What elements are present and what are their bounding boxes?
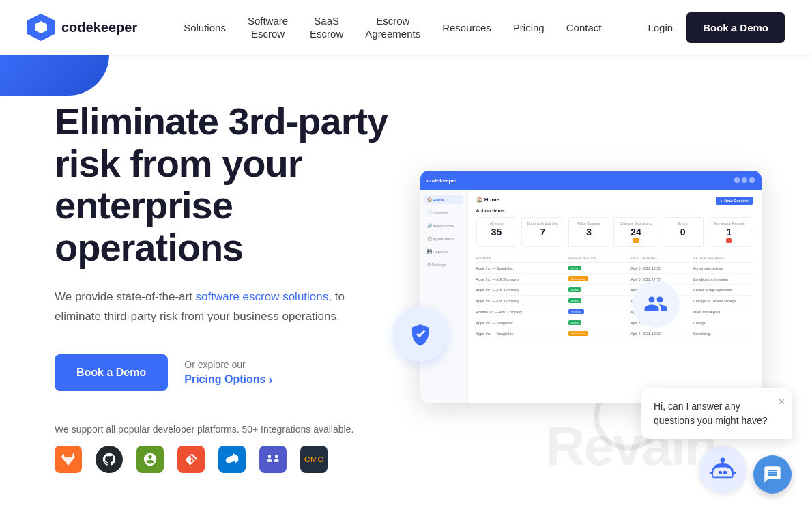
hero-book-demo-button[interactable]: Book a Demo xyxy=(55,354,168,391)
logo[interactable]: codekeeper xyxy=(27,14,137,41)
hero-subtext-before: We provide state-of-the-art xyxy=(55,290,196,303)
github-icon xyxy=(96,446,123,473)
hero-subtext-link[interactable]: software escrow solutions xyxy=(196,290,329,303)
chat-avatars xyxy=(699,446,792,494)
logo-inner-diamond xyxy=(35,21,47,33)
integration-icons xyxy=(55,446,420,473)
db-card-all: All Items 35 xyxy=(476,217,517,247)
explore-group: Or explore our Pricing Options xyxy=(184,359,272,387)
chat-bot-avatar xyxy=(699,446,746,494)
table-row: Apple Inc. — ABC Company Active April 6,… xyxy=(476,285,753,296)
nav-contact[interactable]: Contact xyxy=(566,22,602,33)
db-action-items-title: Action Items xyxy=(476,208,753,213)
integrations-text: We support all popular developer platfor… xyxy=(55,424,420,435)
login-link[interactable]: Login xyxy=(648,22,673,33)
table-row: Apple Inc. — Google Inc. Active April 6,… xyxy=(476,317,753,328)
nav-escrow-agreements[interactable]: EscrowAgreements xyxy=(365,14,420,41)
git-icon xyxy=(177,446,205,473)
table-row: Apple Inc. — Google Inc. Onboarding Apri… xyxy=(476,328,753,339)
table-row: Apple Inc. — Google Inc. Active April 6,… xyxy=(476,263,753,274)
azure-devops-icon xyxy=(218,446,246,473)
teams-icon xyxy=(259,446,287,473)
nav-resources[interactable]: Resources xyxy=(442,22,491,33)
nav-pricing[interactable]: Pricing xyxy=(513,22,545,33)
db-card-errors: Errors 0 xyxy=(663,217,704,247)
db-body: 🏠 Home 📄 Escrows 🔗 Integrations 📋 Agreem… xyxy=(420,190,762,403)
chat-widget: × Hi, can I answer any questions you mig… xyxy=(641,388,792,494)
db-sidebar-agreements[interactable]: 📋 Agreements xyxy=(424,234,463,243)
db-sidebar-integrations[interactable]: 🔗 Integrations xyxy=(424,221,463,230)
db-dot-2 xyxy=(742,177,747,183)
chat-message: Hi, can I answer any questions you might… xyxy=(654,401,768,426)
explore-label: Or explore our xyxy=(184,359,272,370)
nav-actions: Login Book a Demo xyxy=(648,12,785,43)
db-new-escrow-btn[interactable]: + New Escrow xyxy=(716,197,753,205)
nav-saas-escrow[interactable]: SaaSEscrow xyxy=(310,14,343,41)
dashboard-mockup: codekeeper 🏠 Home 📄 Escrows 🔗 Integratio… xyxy=(420,171,762,403)
hero-headline: Eliminate 3rd-party risk from your enter… xyxy=(55,100,420,268)
db-dot-1 xyxy=(734,177,740,183)
gitea-icon xyxy=(136,446,164,473)
hero-right-content: codekeeper 🏠 Home 📄 Escrows 🔗 Integratio… xyxy=(420,171,762,403)
nav-book-demo-button[interactable]: Book a Demo xyxy=(686,12,785,43)
logo-icon xyxy=(27,14,55,41)
db-dots xyxy=(734,177,755,183)
people-icon-floating xyxy=(632,280,680,328)
chat-close-button[interactable]: × xyxy=(779,394,785,410)
db-card-drafts: Drafts & Onboarding 7 xyxy=(521,217,565,247)
db-stats-cards: All Items 35 Drafts & Onboarding 7 Make … xyxy=(476,217,753,247)
table-row: Pharma Co. — ABC Company Pending April 6… xyxy=(476,306,753,317)
db-header: codekeeper xyxy=(420,171,762,190)
nav-software-escrow[interactable]: SoftwareEscrow xyxy=(248,14,288,41)
db-sidebar-settings[interactable]: ⚙ Settings xyxy=(424,260,463,269)
aws-icon xyxy=(300,446,328,473)
db-card-termination: Termination Request 1 ! xyxy=(708,217,751,247)
chat-open-button[interactable] xyxy=(753,455,792,494)
table-row: Acme Inc. — ABC Company Onboarding April… xyxy=(476,274,753,285)
nav-solutions[interactable]: Solutions xyxy=(184,22,226,33)
hero-subtext: We provide state-of-the-art software esc… xyxy=(55,287,382,327)
db-home-label: 🏠 Home xyxy=(476,197,753,203)
db-card-onboarding: Changes Onboarding 24 ! xyxy=(613,217,658,247)
shield-icon-floating xyxy=(393,307,448,362)
navbar: codekeeper Solutions SoftwareEscrow SaaS… xyxy=(0,0,812,55)
db-sidebar: 🏠 Home 📄 Escrows 🔗 Integrations 📋 Agreem… xyxy=(420,190,468,403)
nav-links: Solutions SoftwareEscrow SaaSEscrow Escr… xyxy=(184,14,601,41)
db-sidebar-home[interactable]: 🏠 Home xyxy=(424,195,463,204)
db-card-changes: Make Changes 3 xyxy=(568,217,609,247)
logo-text: codekeeper xyxy=(61,20,137,35)
db-sidebar-deposits[interactable]: 💾 Deposits xyxy=(424,247,463,256)
db-table-header: ESCROW REVIEW STATUS LAST UPDATED ACTION… xyxy=(476,254,753,263)
hero-cta: Book a Demo Or explore our Pricing Optio… xyxy=(55,354,420,391)
db-sidebar-escrows[interactable]: 📄 Escrows xyxy=(424,208,463,217)
hero-left-content: Eliminate 3rd-party risk from your enter… xyxy=(55,100,420,473)
table-row: Apple Inc. — ABC Company Active April 6,… xyxy=(476,296,753,306)
db-main: 🏠 Home + New Escrow Action Items All Ite… xyxy=(468,190,762,403)
db-logo: codekeeper xyxy=(427,177,457,184)
db-dot-3 xyxy=(749,177,755,183)
gitlab-icon xyxy=(55,446,82,473)
pricing-options-link[interactable]: Pricing Options xyxy=(184,373,272,387)
chat-bubble: × Hi, can I answer any questions you mig… xyxy=(641,388,792,439)
